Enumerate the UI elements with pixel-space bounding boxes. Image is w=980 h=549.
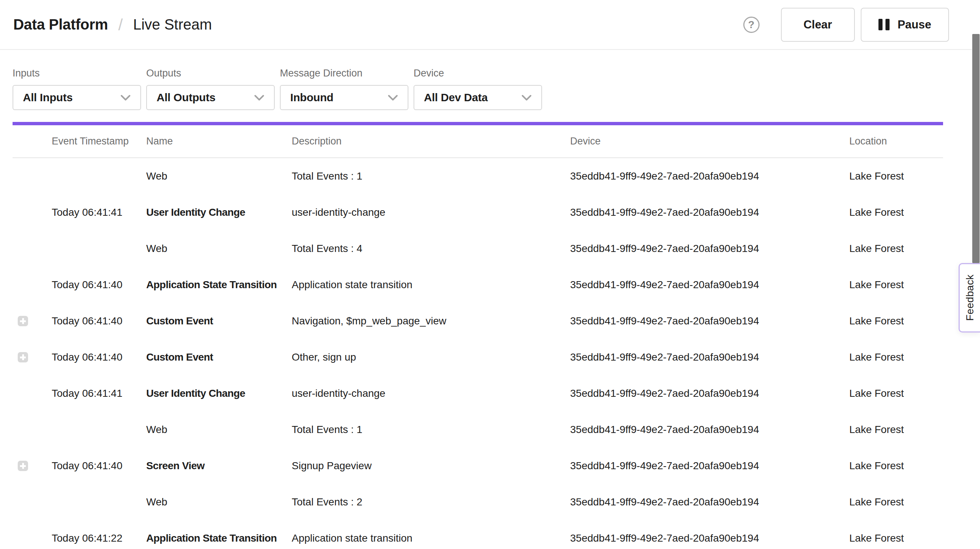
breadcrumb-data-platform[interactable]: Data Platform (13, 16, 108, 33)
chevron-down-icon (120, 94, 131, 101)
column-event-timestamp: Event Timestamp (52, 136, 146, 147)
cell-name: Web (146, 170, 292, 182)
cell-name: Custom Event (146, 351, 292, 363)
column-device: Device (570, 136, 849, 147)
live-stream-page: Data Platform / Live Stream ? Clear Paus… (0, 0, 980, 549)
pause-button[interactable]: Pause (861, 8, 949, 42)
table-row[interactable]: Today 06:41:41 User Identity Change user… (13, 375, 943, 412)
filters-bar: Inputs All Inputs Outputs All Outputs Me… (13, 68, 542, 110)
inputs-select-value: All Inputs (23, 91, 73, 104)
pause-label: Pause (898, 18, 931, 31)
outputs-select[interactable]: All Outputs (146, 85, 275, 110)
cell-timestamp: Today 06:41:40 (52, 279, 146, 291)
cell-timestamp: Today 06:41:40 (52, 460, 146, 472)
message-direction-select[interactable]: Inbound (280, 85, 408, 110)
breadcrumb-separator: / (118, 16, 123, 34)
expand-plus-icon[interactable] (18, 461, 28, 471)
cell-description: Total Events : 2 (292, 496, 570, 508)
cell-name: User Identity Change (146, 388, 292, 399)
cell-description: Total Events : 1 (292, 424, 570, 436)
table-row[interactable]: Today 06:41:40 Screen View Signup Pagevi… (13, 448, 943, 484)
scrollbar-thumb[interactable] (972, 34, 980, 263)
cell-name: Application State Transition (146, 532, 292, 544)
expand-plus-icon[interactable] (18, 316, 28, 326)
cell-device: 35eddb41-9ff9-49e2-7aed-20afa90eb194 (570, 460, 849, 472)
filter-outputs-label: Outputs (146, 68, 275, 79)
table-row[interactable]: Today 06:41:40 Application State Transit… (13, 267, 943, 303)
table-row[interactable]: Today 06:41:40 Custom Event Other, sign … (13, 339, 943, 375)
cell-timestamp: Today 06:41:41 (52, 388, 146, 399)
cell-device: 35eddb41-9ff9-49e2-7aed-20afa90eb194 (570, 532, 849, 544)
cell-timestamp: Today 06:41:40 (52, 351, 146, 363)
help-icon[interactable]: ? (743, 17, 760, 33)
cell-description: user-identity-change (292, 206, 570, 219)
cell-location: Lake Forest (849, 388, 943, 399)
cell-location: Lake Forest (849, 315, 943, 327)
clear-button[interactable]: Clear (781, 8, 855, 42)
filter-outputs: Outputs All Outputs (146, 68, 275, 110)
table-body: Web Total Events : 1 35eddb41-9ff9-49e2-… (13, 158, 943, 549)
expand-plus-icon[interactable] (18, 352, 28, 362)
device-select[interactable]: All Dev Data (414, 85, 542, 110)
accent-divider (13, 122, 943, 125)
table-row[interactable]: Today 06:41:41 User Identity Change user… (13, 194, 943, 231)
table-row[interactable]: Web Total Events : 4 35eddb41-9ff9-49e2-… (13, 231, 943, 267)
breadcrumb: Data Platform / Live Stream (13, 16, 212, 34)
filter-device: Device All Dev Data (414, 68, 542, 110)
cell-name: Web (146, 243, 292, 255)
cell-location: Lake Forest (849, 243, 943, 255)
cell-location: Lake Forest (849, 279, 943, 291)
cell-description: user-identity-change (292, 388, 570, 399)
cell-device: 35eddb41-9ff9-49e2-7aed-20afa90eb194 (570, 243, 849, 255)
cell-name: Custom Event (146, 315, 292, 327)
filter-message-direction: Message Direction Inbound (280, 68, 408, 110)
message-direction-select-value: Inbound (290, 91, 333, 104)
cell-location: Lake Forest (849, 460, 943, 472)
cell-description: Navigation, $mp_web_page_view (292, 315, 570, 327)
cell-description: Total Events : 4 (292, 243, 570, 255)
events-table: Event Timestamp Name Description Device … (13, 125, 943, 549)
column-location: Location (849, 136, 943, 147)
cell-device: 35eddb41-9ff9-49e2-7aed-20afa90eb194 (570, 170, 849, 182)
table-row[interactable]: Today 06:41:40 Custom Event Navigation, … (13, 303, 943, 339)
chevron-down-icon (522, 94, 532, 101)
cell-timestamp: Today 06:41:41 (52, 206, 146, 219)
cell-description: Total Events : 1 (292, 170, 570, 182)
table-row[interactable]: Today 06:41:22 Application State Transit… (13, 520, 943, 549)
cell-location: Lake Forest (849, 351, 943, 363)
cell-timestamp: Today 06:41:40 (52, 315, 146, 327)
column-description: Description (292, 136, 570, 147)
header-actions: ? Clear Pause (743, 8, 949, 42)
feedback-tab[interactable]: Feedback (959, 263, 980, 332)
cell-device: 35eddb41-9ff9-49e2-7aed-20afa90eb194 (570, 424, 849, 436)
cell-location: Lake Forest (849, 532, 943, 544)
cell-device: 35eddb41-9ff9-49e2-7aed-20afa90eb194 (570, 496, 849, 508)
table-header-row: Event Timestamp Name Description Device … (13, 125, 943, 158)
filter-inputs: Inputs All Inputs (13, 68, 141, 110)
cell-name: User Identity Change (146, 206, 292, 219)
pause-icon (878, 19, 889, 30)
cell-location: Lake Forest (849, 206, 943, 219)
breadcrumb-live-stream: Live Stream (133, 16, 212, 33)
cell-device: 35eddb41-9ff9-49e2-7aed-20afa90eb194 (570, 279, 849, 291)
table-row[interactable]: Web Total Events : 1 35eddb41-9ff9-49e2-… (13, 158, 943, 194)
cell-description: Signup Pageview (292, 460, 570, 472)
column-name: Name (146, 136, 292, 147)
table-row[interactable]: Web Total Events : 2 35eddb41-9ff9-49e2-… (13, 484, 943, 520)
cell-device: 35eddb41-9ff9-49e2-7aed-20afa90eb194 (570, 388, 849, 399)
cell-location: Lake Forest (849, 496, 943, 508)
filter-device-label: Device (414, 68, 542, 79)
cell-device: 35eddb41-9ff9-49e2-7aed-20afa90eb194 (570, 206, 849, 219)
top-header: Data Platform / Live Stream ? Clear Paus… (0, 0, 980, 50)
filter-message-direction-label: Message Direction (280, 68, 408, 79)
cell-location: Lake Forest (849, 170, 943, 182)
inputs-select[interactable]: All Inputs (13, 85, 141, 110)
cell-name: Web (146, 496, 292, 508)
cell-name: Web (146, 424, 292, 436)
cell-location: Lake Forest (849, 424, 943, 436)
chevron-down-icon (254, 94, 264, 101)
table-row[interactable]: Web Total Events : 1 35eddb41-9ff9-49e2-… (13, 412, 943, 448)
device-select-value: All Dev Data (424, 91, 488, 104)
cell-device: 35eddb41-9ff9-49e2-7aed-20afa90eb194 (570, 315, 849, 327)
cell-name: Application State Transition (146, 279, 292, 291)
